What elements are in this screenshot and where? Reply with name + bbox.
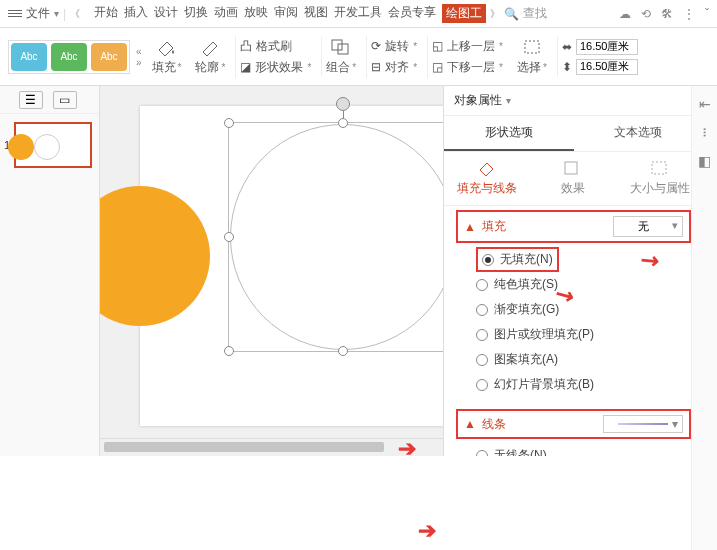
resize-handle-w[interactable] [224, 232, 234, 242]
slide-canvas[interactable] [100, 86, 443, 456]
svg-rect-4 [652, 162, 666, 174]
sync-icon[interactable]: ⟲ [641, 7, 651, 21]
fill-button[interactable]: 填充 * [152, 59, 182, 76]
resize-handle-n[interactable] [338, 118, 348, 128]
width-input[interactable] [576, 39, 638, 55]
width-icon: ⬌ [562, 40, 572, 54]
align-button[interactable]: ⊟对齐* [371, 59, 417, 76]
bucket-icon [477, 160, 497, 176]
fill-none-radio[interactable]: 无填充(N) [476, 247, 559, 272]
svg-rect-0 [332, 40, 342, 50]
line-section-title: 线条 [482, 416, 506, 433]
style-swatch-2[interactable]: Abc [51, 43, 87, 71]
bring-forward-button[interactable]: ◱上移一层* [432, 38, 503, 55]
tab-animation[interactable]: 动画 [214, 4, 238, 23]
svg-rect-1 [338, 44, 348, 54]
tab-design[interactable]: 设计 [154, 4, 178, 23]
tab-devtools[interactable]: 开发工具 [334, 4, 382, 23]
rotate-icon: ⟳ [371, 39, 381, 53]
select-button[interactable]: 选择* [517, 59, 547, 76]
selection-bounding-box [228, 122, 443, 352]
tab-review[interactable]: 审阅 [274, 4, 298, 23]
fill-pattern-radio[interactable]: 图案填充(A) [476, 347, 691, 372]
more-icon[interactable]: ⋮ [683, 7, 695, 21]
rotate-handle[interactable] [336, 97, 350, 111]
resize-handle-s[interactable] [338, 346, 348, 356]
line-style-dropdown[interactable] [603, 415, 683, 433]
hamburger-icon[interactable] [8, 10, 22, 17]
tab-shape-options[interactable]: 形状选项 [444, 116, 574, 151]
select-icon[interactable] [520, 37, 544, 57]
resize-handle-sw[interactable] [224, 346, 234, 356]
panel-title: 对象属性 [454, 92, 502, 109]
effects-icon: ◪ [240, 60, 251, 74]
height-icon: ⬍ [562, 60, 572, 74]
tab-slideshow[interactable]: 放映 [244, 4, 268, 23]
line-collapse-icon[interactable]: ▲ [464, 417, 476, 431]
search-box[interactable]: 🔍 查找 [504, 5, 547, 22]
shape-styles-gallery[interactable]: Abc Abc Abc [8, 40, 130, 74]
cloud-icon[interactable]: ☁ [619, 7, 631, 21]
slide-thumbnail-1[interactable] [14, 122, 92, 168]
fill-section-title: 填充 [482, 218, 506, 235]
fill-type-dropdown[interactable]: 无 [613, 216, 683, 237]
send-backward-button[interactable]: ◲下移一层* [432, 59, 503, 76]
style-swatch-3[interactable]: Abc [91, 43, 127, 71]
tab-transition[interactable]: 切换 [184, 4, 208, 23]
backward-icon: ◲ [432, 60, 443, 74]
rotate-button[interactable]: ⟳旋转* [371, 38, 417, 55]
fill-icon[interactable] [155, 37, 179, 57]
rail-props-icon[interactable]: ◧ [698, 153, 711, 169]
search-placeholder: 查找 [523, 5, 547, 22]
collapse-icon[interactable]: 《 [70, 7, 80, 21]
tab-member[interactable]: 会员专享 [388, 4, 436, 23]
file-menu[interactable]: 文件 [26, 5, 50, 22]
shape-effects-button[interactable]: ◪形状效果 * [240, 59, 311, 76]
expand-icon[interactable]: 》 [490, 7, 500, 21]
align-icon: ⊟ [371, 60, 381, 74]
resize-handle-nw[interactable] [224, 118, 234, 128]
tab-start[interactable]: 开始 [94, 4, 118, 23]
effects-tab-icon [563, 160, 583, 176]
fill-slidebg-radio[interactable]: 幻灯片背景填充(B) [476, 372, 691, 397]
style-swatch-1[interactable]: Abc [11, 43, 47, 71]
fill-solid-radio[interactable]: 纯色填充(S) [476, 272, 691, 297]
fill-gradient-radio[interactable]: 渐变填充(G) [476, 297, 691, 322]
outline-icon[interactable] [198, 37, 222, 57]
svg-rect-2 [525, 41, 539, 53]
rail-pin-icon[interactable]: ⇤ [699, 96, 711, 112]
group-button[interactable]: 组合 * [326, 59, 356, 76]
forward-icon: ◱ [432, 39, 443, 53]
subtab-effects[interactable]: 效果 [530, 160, 616, 197]
caret-icon[interactable]: ˇ [705, 7, 709, 21]
group-icon[interactable] [329, 37, 353, 57]
subtab-fill-line[interactable]: 填充与线条 [444, 160, 530, 197]
ribbon-tabs: 开始 插入 设计 切换 动画 放映 审阅 视图 开发工具 会员专享 绘图工 [94, 4, 486, 23]
format-painter-icon: 凸 [240, 38, 252, 55]
outline-button[interactable]: 轮廓 * [195, 59, 225, 76]
horizontal-scrollbar[interactable] [100, 438, 443, 456]
rail-grip-icon[interactable]: ፧ [703, 124, 706, 141]
tab-drawing[interactable]: 绘图工 [442, 4, 486, 23]
search-icon: 🔍 [504, 7, 519, 21]
orange-circle-shape[interactable] [100, 186, 210, 326]
tab-text-options[interactable]: 文本选项 [574, 116, 704, 151]
height-input[interactable] [576, 59, 638, 75]
size-tab-icon [650, 160, 670, 176]
svg-rect-3 [565, 162, 577, 174]
tab-insert[interactable]: 插入 [124, 4, 148, 23]
tab-view[interactable]: 视图 [304, 4, 328, 23]
wrench-icon[interactable]: 🛠 [661, 7, 673, 21]
thumbnail-view-icon[interactable]: ▭ [53, 91, 77, 109]
fill-picture-radio[interactable]: 图片或纹理填充(P) [476, 322, 691, 347]
outline-view-icon[interactable]: ☰ [19, 91, 43, 109]
line-none-radio[interactable]: 无线条(N) [476, 443, 691, 456]
fill-collapse-icon[interactable]: ▲ [464, 220, 476, 234]
format-painter-button[interactable]: 凸格式刷 [240, 38, 311, 55]
